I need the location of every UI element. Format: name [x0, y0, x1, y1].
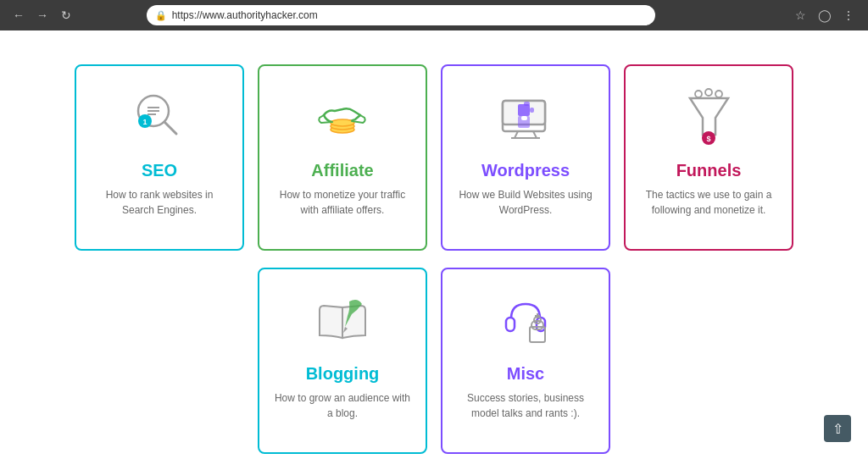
- misc-title: Misc: [507, 364, 544, 384]
- forward-button[interactable]: →: [34, 7, 51, 24]
- svg-point-9: [331, 119, 354, 126]
- browser-actions: ☆ ◯ ⋮: [792, 6, 858, 25]
- affiliate-title: Affiliate: [311, 161, 373, 180]
- misc-icon: [492, 286, 559, 354]
- cards-row-2: Blogging How to grow an audience with a …: [51, 268, 817, 454]
- svg-rect-16: [524, 102, 530, 106]
- affiliate-icon: [309, 83, 376, 151]
- affiliate-desc: How to monetize your traffic with affili…: [273, 187, 412, 218]
- scroll-to-top-button[interactable]: ⇧: [824, 415, 851, 442]
- card-affiliate[interactable]: Affiliate How to monetize your traffic w…: [258, 64, 427, 251]
- svg-rect-19: [521, 116, 527, 120]
- svg-text:$: $: [706, 135, 710, 143]
- blogging-icon: [309, 286, 376, 354]
- wordpress-title: Wordpress: [481, 161, 570, 180]
- misc-desc: Success stories, business model talks an…: [456, 390, 595, 421]
- blogging-desc: How to grow an audience with a blog.: [273, 390, 412, 421]
- back-button[interactable]: ←: [10, 7, 27, 24]
- funnels-desc: The tactics we use to gain a following a…: [639, 187, 778, 218]
- svg-rect-26: [506, 318, 515, 331]
- svg-point-20: [695, 91, 702, 97]
- seo-icon: 1: [125, 83, 193, 151]
- menu-button[interactable]: ⋮: [839, 6, 858, 25]
- svg-rect-15: [518, 104, 530, 116]
- seo-title: SEO: [142, 161, 177, 180]
- page-content: 1 SEO How to rank websites in Search Eng…: [0, 30, 868, 459]
- wordpress-desc: How we Build Websites using WordPress.: [456, 187, 595, 218]
- lock-icon: 🔒: [155, 10, 167, 21]
- cards-row-1: 1 SEO How to rank websites in Search Eng…: [51, 64, 817, 251]
- svg-line-4: [164, 122, 176, 134]
- svg-text:1: 1: [142, 118, 147, 126]
- card-blogging[interactable]: Blogging How to grow an audience with a …: [258, 268, 427, 454]
- svg-point-21: [705, 89, 712, 96]
- bookmark-button[interactable]: ☆: [792, 6, 810, 25]
- blogging-title: Blogging: [306, 364, 380, 384]
- account-button[interactable]: ◯: [815, 6, 834, 25]
- browser-chrome: ← → ↻ 🔒 https://www.authorityhacker.com …: [0, 0, 868, 30]
- card-misc[interactable]: Misc Success stories, business model tal…: [441, 268, 610, 454]
- address-bar[interactable]: 🔒 https://www.authorityhacker.com: [147, 5, 655, 25]
- card-wordpress[interactable]: Wordpress How we Build Websites using Wo…: [441, 64, 610, 251]
- wordpress-icon: [492, 83, 559, 151]
- reload-button[interactable]: ↻: [58, 7, 75, 24]
- url-text: https://www.authorityhacker.com: [172, 9, 318, 21]
- funnels-title: Funnels: [676, 161, 742, 180]
- seo-desc: How to rank websites in Search Engines.: [90, 187, 229, 218]
- svg-rect-17: [530, 108, 534, 113]
- card-funnels[interactable]: $ Funnels The tactics we use to gain a f…: [624, 64, 793, 251]
- svg-point-22: [715, 91, 722, 97]
- card-seo[interactable]: 1 SEO How to rank websites in Search Eng…: [75, 64, 244, 251]
- funnels-icon: $: [675, 83, 743, 151]
